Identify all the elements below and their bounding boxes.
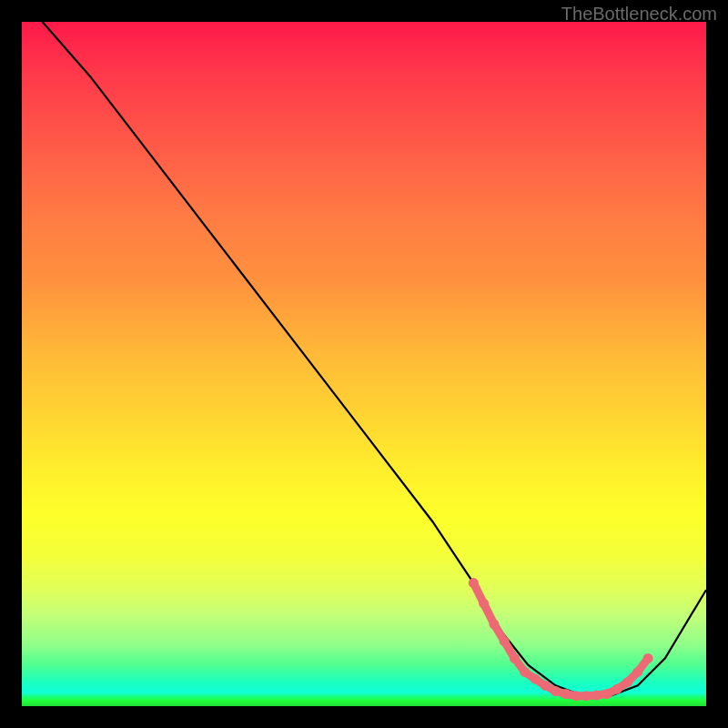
optimal-range-marker <box>602 689 612 699</box>
optimal-range-marker <box>531 673 541 683</box>
optimal-range-marker <box>520 667 530 677</box>
optimal-range-markers <box>469 578 653 701</box>
bottleneck-curve-svg <box>22 22 706 706</box>
attribution-text: TheBottleneck.com <box>561 4 717 25</box>
optimal-range-marker <box>541 681 551 691</box>
optimal-range-marker <box>632 667 642 677</box>
optimal-range-marker <box>622 677 632 687</box>
optimal-range-marker <box>643 653 653 663</box>
optimal-range-marker <box>561 689 571 699</box>
bottleneck-curve-line <box>43 22 706 696</box>
optimal-range-marker <box>612 684 622 694</box>
optimal-range-marker <box>469 578 479 588</box>
optimal-range-marker <box>510 653 520 663</box>
optimal-range-marker <box>479 599 489 609</box>
optimal-range-marker <box>581 691 592 701</box>
chart-plot-area <box>22 22 706 706</box>
optimal-range-marker <box>489 619 499 629</box>
optimal-range-marker <box>592 691 602 701</box>
optimal-range-marker <box>500 636 510 646</box>
optimal-range-marker <box>551 686 561 696</box>
optimal-range-marker <box>571 691 581 701</box>
